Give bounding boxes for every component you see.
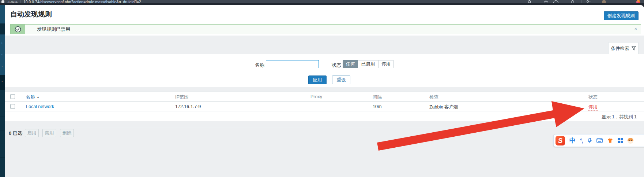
table-row: Local network 172.16.1.7-9 10m Zabbix 客户… — [5, 102, 644, 111]
filter-tab-label: 条件检索 — [611, 45, 629, 52]
toolbar-divider — [581, 0, 582, 3]
column-header-interval: 间隔 — [373, 94, 382, 100]
page-title: 自动发现规则 — [10, 10, 52, 19]
banner-icon-cap — [11, 25, 25, 34]
column-header-iprange: IP范围 — [175, 94, 189, 100]
status-option-any[interactable]: 任何 — [343, 60, 358, 68]
notifications-bell-icon[interactable] — [570, 0, 575, 3]
avatar[interactable] — [602, 0, 606, 3]
filter-name-label: 名称 — [255, 62, 264, 69]
bookmark-star-icon[interactable] — [544, 0, 548, 3]
sidebar-item-active[interactable] — [0, 23, 5, 34]
selected-count: 0 已选 — [9, 130, 22, 137]
delete-button[interactable]: 删除 — [60, 129, 74, 137]
close-icon[interactable]: × — [634, 26, 637, 32]
table-header-row: 名称▲ IP范围 Proxy 间隔 检查 状态 — [5, 92, 644, 102]
skin-shirt-icon[interactable] — [607, 138, 613, 143]
success-message-banner: 发现规则已禁用 × — [10, 24, 641, 34]
filter-tab[interactable]: 条件检索 — [608, 42, 639, 54]
rule-interval: 10m — [373, 104, 381, 109]
enable-button[interactable]: 启用 — [25, 129, 39, 137]
ime-punctuation-icon[interactable]: °, — [580, 137, 583, 144]
sidebar-item-group[interactable] — [0, 90, 5, 177]
copilot-icon[interactable] — [636, 0, 640, 3]
filter-status-label: 状态 — [332, 62, 341, 69]
ime-language-mode[interactable]: 中 — [569, 136, 576, 145]
reset-button[interactable]: 重设 — [332, 75, 350, 84]
address-bar-divider — [20, 0, 21, 3]
column-header-checks: 检查 — [429, 94, 438, 100]
rule-ip-range: 172.16.1.7-9 — [175, 104, 201, 109]
security-label[interactable]: 不安全 — [7, 0, 18, 3]
status-segmented-control: 任何 已启用 停用 — [343, 60, 394, 68]
filter-name-input[interactable] — [266, 60, 319, 68]
filter-funnel-icon — [632, 46, 636, 51]
column-header-proxy: Proxy — [310, 94, 322, 99]
sidebar-item-selected[interactable] — [0, 75, 5, 90]
results-count: 显示 1，共找到 1 — [602, 114, 637, 120]
discovery-rules-table: 名称▲ IP范围 Proxy 间隔 检查 状态 Local network 17… — [5, 92, 644, 121]
chevron-right-icon: › — [1, 54, 3, 56]
rule-checks: Zabbix 客户端 — [429, 104, 458, 110]
search-icon[interactable] — [528, 0, 532, 3]
chevron-right-icon: › — [1, 42, 3, 45]
chevron-right-icon: › — [1, 80, 3, 83]
status-option-enabled[interactable]: 已启用 — [358, 60, 379, 68]
banner-message: 发现规则已禁用 — [37, 26, 70, 33]
chevron-right-icon: › — [1, 65, 3, 68]
sogou-logo-icon[interactable]: S — [556, 136, 565, 145]
success-check-icon — [15, 26, 21, 33]
column-header-name[interactable]: 名称 — [26, 95, 35, 100]
emoji-face-icon[interactable] — [628, 138, 633, 144]
browser-address-bar[interactable]: 不安全 10.0.0.74/discoveryconf.php?action=d… — [0, 0, 644, 3]
zabbix-sidebar-menu[interactable]: › › › › — [0, 5, 5, 177]
site-favicon-icon — [1, 0, 4, 3]
ime-toolbox-icon[interactable] — [618, 138, 623, 143]
ime-toolbar[interactable]: S 中 °, — [553, 134, 644, 147]
apply-button[interactable]: 应用 — [308, 75, 327, 84]
filter-divider — [16, 128, 643, 128]
rule-name-link[interactable]: Local network — [26, 104, 54, 109]
screen: 不安全 10.0.0.74/discoveryconf.php?action=d… — [0, 0, 644, 177]
status-option-disabled[interactable]: 停用 — [379, 60, 394, 68]
create-discovery-rule-button[interactable]: 创建发现规则 — [604, 11, 639, 20]
microphone-icon[interactable] — [587, 138, 592, 144]
profile-icon[interactable] — [586, 0, 591, 3]
rule-status-link[interactable]: 停用 — [588, 104, 598, 111]
keyboard-icon[interactable] — [596, 138, 603, 143]
column-header-status: 状态 — [588, 94, 598, 100]
sort-asc-icon: ▲ — [37, 96, 39, 99]
disable-button[interactable]: 禁用 — [42, 129, 56, 137]
select-all-checkbox[interactable] — [10, 94, 15, 99]
url-text[interactable]: 10.0.0.74/discoveryconf.php?action=drule… — [23, 0, 141, 3]
extensions-icon[interactable] — [553, 0, 559, 3]
row-checkbox[interactable] — [10, 104, 15, 109]
